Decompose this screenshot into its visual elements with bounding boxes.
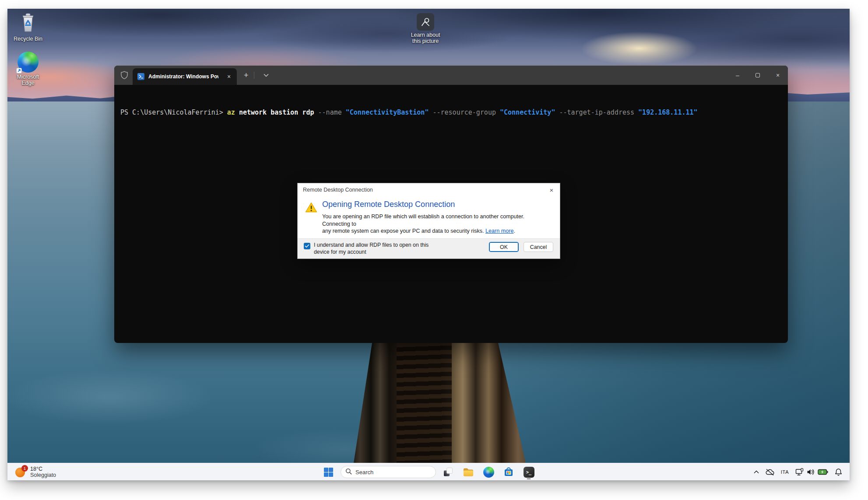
desktop-icon-recycle-bin[interactable]: Recycle Bin bbox=[11, 12, 45, 42]
desktop-icon-learn-about-picture[interactable]: Learn about this picture bbox=[408, 13, 443, 44]
edge-icon bbox=[18, 52, 39, 73]
checkbox-label: I understand and allow RDP files to open… bbox=[314, 242, 429, 255]
desktop-icon-label-line1: Learn about bbox=[411, 32, 440, 38]
desktop-icon-label: Recycle Bin bbox=[14, 36, 42, 42]
search-icon bbox=[345, 468, 352, 476]
pier-planks bbox=[397, 343, 452, 463]
new-tab-button[interactable]: + bbox=[244, 71, 249, 80]
command-segment: PS C:\Users\NicolaFerrini> bbox=[120, 108, 227, 116]
speaker-icon bbox=[807, 469, 815, 476]
powershell-icon bbox=[137, 73, 144, 80]
notification-center-button[interactable] bbox=[832, 464, 845, 480]
command-segment: "Connectivity" bbox=[500, 108, 555, 116]
file-explorer-button[interactable] bbox=[460, 464, 476, 480]
command-segment: --resource-group bbox=[432, 108, 500, 116]
dialog-message: You are opening an RDP file which will e… bbox=[322, 213, 552, 235]
desktop: Recycle Bin Microsoft Edge bbox=[7, 9, 850, 480]
admin-shield-icon bbox=[120, 70, 129, 80]
tab-dropdown-button[interactable] bbox=[260, 66, 273, 85]
picture-icon bbox=[417, 13, 434, 31]
dialog-body: Opening Remote Desktop Connection You ar… bbox=[298, 196, 560, 235]
warning-icon bbox=[305, 202, 317, 235]
desktop-icon-label-line1: Microsoft bbox=[17, 74, 39, 80]
command-segment: --target-ip-address bbox=[559, 108, 638, 116]
microsoft-store-button[interactable] bbox=[501, 464, 517, 480]
command-segment: --name bbox=[318, 108, 346, 116]
desktop-icon-microsoft-edge[interactable]: Microsoft Edge bbox=[11, 52, 45, 86]
windows-terminal-button[interactable]: >_ bbox=[521, 464, 537, 480]
ok-button[interactable]: OK bbox=[489, 242, 519, 252]
close-button[interactable]: × bbox=[768, 66, 788, 85]
maximize-button[interactable] bbox=[748, 66, 768, 85]
shortcut-arrow-icon bbox=[16, 68, 22, 73]
command-segment: network bastion rdp bbox=[235, 108, 318, 116]
command-segment: az bbox=[227, 108, 235, 116]
language-code: ITA bbox=[781, 469, 789, 475]
microsoft-store-icon bbox=[503, 467, 514, 477]
checkbox-label-line2: device for my account bbox=[314, 249, 429, 256]
screenshot-frame: Recycle Bin Microsoft Edge bbox=[0, 0, 868, 500]
windows-terminal-icon: >_ bbox=[524, 467, 534, 478]
weather-sun-icon: 1 bbox=[15, 466, 27, 478]
task-view-icon bbox=[443, 467, 453, 477]
weather-widget[interactable]: 1 18°C Soleggiato bbox=[12, 463, 60, 480]
edge-icon bbox=[483, 467, 494, 478]
cloud-offline-icon bbox=[765, 469, 775, 476]
dialog-titlebar: Remote Desktop Connection × bbox=[298, 183, 560, 196]
weather-condition: Soleggiato bbox=[30, 472, 56, 478]
dialog-title: Remote Desktop Connection bbox=[303, 187, 545, 193]
network-display-icon bbox=[795, 468, 804, 476]
search-box[interactable]: Search bbox=[341, 466, 436, 478]
minimize-button[interactable]: – bbox=[727, 66, 748, 85]
task-view-button[interactable] bbox=[440, 464, 456, 480]
rdp-dialog: Remote Desktop Connection × Opening Remo… bbox=[297, 183, 560, 259]
language-indicator[interactable]: ITA bbox=[778, 464, 792, 480]
cancel-button[interactable]: Cancel bbox=[524, 242, 553, 252]
running-app-indicator bbox=[527, 478, 531, 479]
tab-close-icon[interactable]: × bbox=[225, 73, 233, 80]
search-placeholder: Search bbox=[355, 469, 373, 476]
weather-temperature: 18°C bbox=[30, 466, 56, 472]
folder-icon bbox=[463, 467, 474, 477]
dialog-heading: Opening Remote Desktop Connection bbox=[322, 200, 552, 209]
battery-charging-icon bbox=[818, 469, 828, 475]
command-segment: "192.168.11.11" bbox=[638, 108, 697, 116]
recycle-bin-icon bbox=[20, 12, 36, 35]
desktop-icon-label-line2: Edge bbox=[17, 80, 39, 86]
bell-icon bbox=[835, 468, 842, 476]
quick-settings-button[interactable] bbox=[792, 464, 832, 480]
terminal-tab-powershell[interactable]: Administrator: Windows Powe × bbox=[133, 68, 237, 85]
titlebar-drag-area bbox=[273, 66, 727, 85]
checkbox-label-line1: I understand and allow RDP files to open… bbox=[314, 242, 429, 249]
chevron-up-icon bbox=[754, 470, 759, 474]
dialog-close-icon[interactable]: × bbox=[545, 185, 558, 195]
hidden-icons-button[interactable] bbox=[751, 464, 762, 480]
learn-more-link[interactable]: Learn more bbox=[485, 228, 513, 234]
terminal-titlebar: Administrator: Windows Powe × + – × bbox=[114, 66, 788, 85]
dialog-message-line1: You are opening an RDP file which will e… bbox=[322, 213, 524, 227]
understand-checkbox[interactable] bbox=[304, 243, 310, 249]
taskbar: 1 18°C Soleggiato bbox=[7, 463, 850, 480]
terminal-content[interactable]: PS C:\Users\NicolaFerrini> az network ba… bbox=[114, 85, 788, 140]
taskbar-center: Search bbox=[320, 463, 537, 480]
maximize-icon bbox=[756, 73, 760, 77]
notification-badge: 1 bbox=[21, 465, 28, 472]
desktop-icon-label-line2: this picture bbox=[411, 38, 440, 44]
windows-logo-icon bbox=[323, 467, 334, 477]
dialog-message-line2: any remote system can expose your PC and… bbox=[322, 228, 485, 234]
link-suffix: . bbox=[513, 228, 515, 234]
terminal-tab-title: Administrator: Windows Powe bbox=[148, 73, 218, 80]
start-button[interactable] bbox=[320, 464, 336, 480]
titlebar-divider bbox=[254, 72, 254, 79]
onedrive-status-button[interactable] bbox=[762, 464, 778, 480]
system-tray: ITA bbox=[751, 463, 845, 480]
command-segment: "ConnectivityBastion" bbox=[346, 108, 429, 116]
terminal-command-line: PS C:\Users\NicolaFerrini> az network ba… bbox=[120, 108, 782, 117]
edge-button[interactable] bbox=[481, 464, 496, 480]
dialog-footer: I understand and allow RDP files to open… bbox=[298, 238, 560, 259]
